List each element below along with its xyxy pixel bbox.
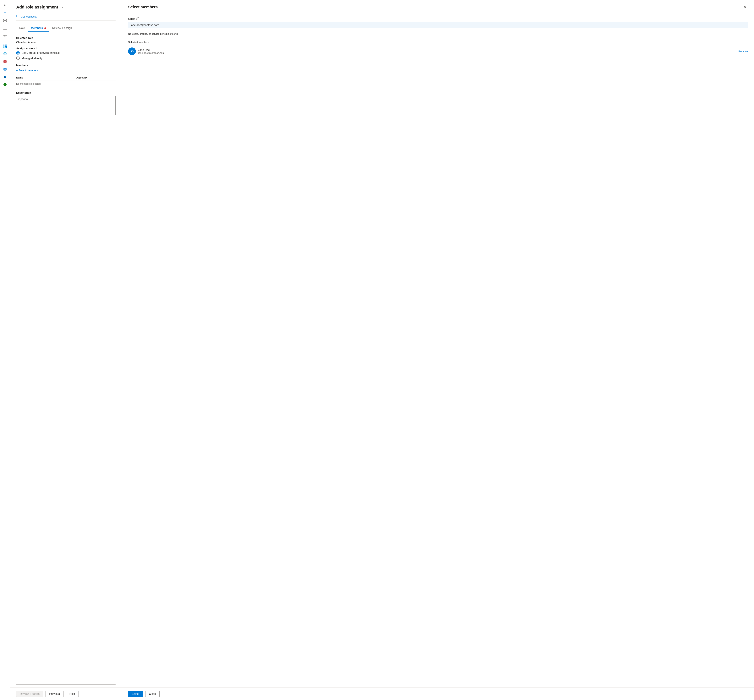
svg-rect-5 <box>3 28 7 28</box>
svg-text:◆: ◆ <box>5 69 6 70</box>
no-results-message: No users, groups, or service principals … <box>128 31 748 37</box>
service3-icon[interactable] <box>2 73 8 80</box>
svg-text:SQL: SQL <box>3 61 6 62</box>
select-label-text: Select <box>128 17 135 20</box>
description-section: Description <box>16 91 116 116</box>
tab-review-label: Review + assign <box>52 27 72 30</box>
tab-members[interactable]: Members <box>28 25 49 32</box>
next-button[interactable]: Next <box>66 691 79 697</box>
scrollbar-area <box>10 682 122 688</box>
panel-content: Add role assignment ··· Got feedback? Ro… <box>10 0 122 682</box>
right-panel-bottom: Select Close <box>122 688 754 700</box>
members-table: Name Object ID No members selected <box>16 75 116 88</box>
svg-rect-6 <box>3 29 7 30</box>
svg-rect-2 <box>3 20 5 22</box>
svg-rect-14 <box>5 47 6 48</box>
radio-managed-identity[interactable]: Managed identity <box>16 56 116 60</box>
radio-user-group-circle <box>16 51 20 55</box>
select-info-icon[interactable]: i <box>136 17 139 20</box>
service4-icon[interactable]: $ <box>2 81 8 88</box>
select-members-button[interactable]: + Select members <box>16 69 38 72</box>
page-title: Add role assignment <box>16 5 58 9</box>
title-more-options[interactable]: ··· <box>61 5 65 9</box>
selected-role-value: Chamber Admin <box>16 41 116 44</box>
radio-managed-identity-circle <box>16 56 20 60</box>
expand-icon[interactable]: » <box>2 2 8 8</box>
no-members-text: No members selected <box>16 80 116 88</box>
member-email: jane.doe@contoso.com <box>138 52 736 55</box>
remove-member-button[interactable]: Remove <box>738 50 748 53</box>
svg-rect-11 <box>5 46 6 47</box>
previous-button[interactable]: Previous <box>45 691 63 697</box>
grid-icon[interactable] <box>2 43 8 50</box>
add-icon[interactable]: + <box>2 9 8 16</box>
access-radio-group: User, group, or service principal Manage… <box>16 51 116 60</box>
svg-rect-13 <box>3 47 5 48</box>
svg-text:$: $ <box>5 84 6 86</box>
main-panel: Add role assignment ··· Got feedback? Ro… <box>10 0 122 700</box>
right-panel-title: Select members <box>128 5 158 9</box>
horizontal-scrollbar[interactable] <box>16 684 116 685</box>
selected-role-label: Selected role <box>16 36 116 39</box>
select-label-container: Select i <box>128 17 748 20</box>
svg-text:DB: DB <box>4 53 6 55</box>
feedback-bar[interactable]: Got feedback? <box>16 13 116 20</box>
svg-rect-8 <box>5 45 6 45</box>
sidebar: » + <box>0 0 10 700</box>
selected-members-section: Selected members: JD Jane Doe jane.doe@c… <box>128 41 748 57</box>
radio-user-group-label: User, group, or service principal <box>22 51 59 55</box>
close-panel-button[interactable]: ✕ <box>741 4 748 10</box>
svg-rect-0 <box>3 19 5 20</box>
tab-members-label: Members <box>31 27 43 30</box>
right-panel: Select members ✕ Select i No users, grou… <box>122 0 754 700</box>
svg-rect-9 <box>6 45 7 45</box>
tab-members-dot <box>44 27 46 29</box>
service2-icon[interactable]: ◆ <box>2 66 8 73</box>
member-info: Jane Doe jane.doe@contoso.com <box>138 48 736 55</box>
table-row-empty: No members selected <box>16 80 116 88</box>
members-section: Members + Select members Name Object ID … <box>16 64 116 88</box>
member-item: JD Jane Doe jane.doe@contoso.com Remove <box>128 46 748 57</box>
menu-icon[interactable] <box>2 25 8 31</box>
sql-icon[interactable]: SQL <box>2 58 8 65</box>
right-panel-header: Select members ✕ <box>122 0 754 13</box>
radio-user-group[interactable]: User, group, or service principal <box>16 51 116 55</box>
member-search-input[interactable] <box>128 22 748 28</box>
close-button[interactable]: Close <box>145 691 160 697</box>
select-button[interactable]: Select <box>128 691 143 697</box>
svg-rect-4 <box>3 27 7 27</box>
members-label: Members <box>16 64 116 67</box>
tabs-container: Role Members Review + assign <box>16 25 116 32</box>
col-header-name: Name <box>16 75 76 80</box>
member-name: Jane Doe <box>138 48 736 52</box>
feedback-icon <box>16 15 19 19</box>
right-panel-body: Select i No users, groups, or service pr… <box>122 13 754 688</box>
bottom-bar: Review + assign Previous Next <box>10 688 122 700</box>
service1-icon[interactable]: DB <box>2 50 8 57</box>
radio-managed-identity-label: Managed identity <box>22 57 42 60</box>
review-assign-button[interactable]: Review + assign <box>16 691 43 697</box>
svg-rect-7 <box>3 45 5 45</box>
feedback-text: Got feedback? <box>21 15 37 18</box>
assign-access-label: Assign access to <box>16 47 116 50</box>
svg-rect-15 <box>6 47 7 48</box>
selected-members-label: Selected members: <box>128 41 748 44</box>
favorites-icon[interactable] <box>2 33 8 39</box>
description-label: Description <box>16 91 116 94</box>
svg-rect-10 <box>3 46 5 47</box>
svg-rect-3 <box>5 20 6 22</box>
col-header-objectid: Object ID <box>76 75 116 80</box>
svg-rect-1 <box>5 19 6 20</box>
description-textarea[interactable] <box>16 96 116 115</box>
member-avatar: JD <box>128 47 136 55</box>
svg-rect-12 <box>6 46 7 47</box>
page-title-container: Add role assignment ··· <box>16 5 116 9</box>
tab-role[interactable]: Role <box>16 25 28 32</box>
dashboard-icon[interactable] <box>2 17 8 24</box>
tab-role-label: Role <box>19 27 25 30</box>
tab-review[interactable]: Review + assign <box>49 25 75 32</box>
